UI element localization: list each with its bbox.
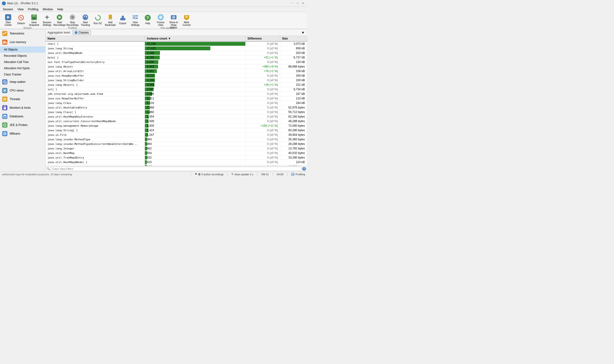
menu-view[interactable]: View bbox=[15, 7, 26, 12]
menu-window[interactable]: Window bbox=[41, 7, 55, 12]
status-sep-3 bbox=[257, 173, 257, 176]
save-snapshot-button[interactable]: SaveSnapshot bbox=[28, 13, 40, 26]
run-gc-button[interactable]: Run GC bbox=[92, 13, 104, 26]
count-value: 4,168 bbox=[145, 78, 156, 82]
show-in-heap-walker-button[interactable]: Show InHeap Walker bbox=[167, 13, 180, 26]
sidebar-item-allocation-hot-spots[interactable]: Allocation Hot Spots bbox=[0, 65, 45, 71]
table-row[interactable]: java.lang.StringBuilder4,1680 (±0 %)100 … bbox=[46, 78, 307, 83]
table-row[interactable]: char[ ]42,1680 (±0 %)3,073 kB bbox=[46, 41, 307, 46]
table-row[interactable]: java.nio.HeapByteBuffer4,1720 (±0 %)200 … bbox=[46, 74, 307, 78]
table-row[interactable]: java.nio.HeapCharBuffer2,3110 (±0 %)110 … bbox=[46, 96, 307, 101]
detach-button[interactable]: Detach bbox=[15, 13, 27, 26]
table-row[interactable]: jdk.internal.org.objectweb.asm.Item2,996… bbox=[46, 92, 307, 96]
cell-size: 35,360 bytes bbox=[280, 137, 307, 142]
cell-name: java.util.HashMap$KeyIterator bbox=[46, 115, 145, 119]
start-center-label: StartCenter bbox=[5, 21, 12, 26]
toolbar-gc-group: Run GC bbox=[92, 13, 104, 28]
table-row[interactable]: java.lang.String[ ]1,4240 (±0 %)60,280 b… bbox=[46, 128, 307, 133]
sidebar-item-jee-probes[interactable]: J JEE & Probes bbox=[0, 121, 45, 129]
minimize-button[interactable]: ─ bbox=[290, 1, 294, 5]
sidebar-item-all-objects[interactable]: All Objects bbox=[0, 46, 45, 53]
table-row[interactable]: java.lang.Class[ ]1,9600 (±0 %)55,712 by… bbox=[46, 110, 307, 115]
sidebar-item-live-memory[interactable]: Live memory bbox=[0, 38, 45, 46]
sidebar-item-monitors-locks[interactable]: Monitors & locks bbox=[0, 104, 45, 112]
status-sep-2 bbox=[227, 173, 228, 176]
sidebar-item-threads[interactable]: Threads bbox=[0, 95, 45, 104]
sidebar-item-telemetries[interactable]: Telemetries bbox=[0, 29, 45, 38]
col-size[interactable]: Size bbox=[280, 36, 307, 41]
databases-label: Databases bbox=[10, 115, 23, 118]
export-button[interactable]: Export bbox=[117, 13, 129, 26]
sidebar-item-mbeans[interactable]: MBeans bbox=[0, 129, 45, 138]
table-container[interactable]: Name Instance count ▼ Difference Size ch… bbox=[46, 36, 307, 166]
live-memory-label: Live memory bbox=[10, 40, 26, 44]
col-difference[interactable]: Difference bbox=[246, 36, 280, 41]
start-recordings-button[interactable]: StartRecordings bbox=[53, 13, 66, 26]
filter-help-button[interactable]: ? bbox=[302, 167, 306, 171]
sidebar-item-databases[interactable]: Databases bbox=[0, 112, 45, 121]
table-row[interactable]: java.util.TreeMap$Entry8320 (±0 %)33,280… bbox=[46, 156, 307, 160]
help-button[interactable]: ? Help bbox=[141, 13, 154, 26]
cell-size: 200 kB bbox=[280, 74, 307, 78]
table-row[interactable]: java.util.ArrayList$Itr4,952+78 (+2 %)15… bbox=[46, 69, 307, 74]
menu-session[interactable]: Session bbox=[1, 7, 15, 12]
cell-size: 62,976 bytes bbox=[280, 105, 307, 110]
sidebar-item-class-tracker[interactable]: Class Tracker bbox=[0, 71, 45, 78]
menu-help[interactable]: Help bbox=[56, 7, 65, 12]
sidebar-item-recorded-objects[interactable]: Recorded Objects bbox=[0, 53, 45, 59]
table-row[interactable]: java.util.HashMap8340 (±0 %)40,032 bytes bbox=[46, 151, 307, 156]
table-row[interactable]: java.util.Hashtable$Entry1,9680 (±0 %)62… bbox=[46, 105, 307, 110]
telemetry-icon bbox=[2, 31, 8, 36]
aggregation-classes-button[interactable]: Classes bbox=[72, 30, 91, 35]
memory-icon bbox=[2, 39, 8, 45]
start-tracking-button[interactable]: StartTracking bbox=[79, 13, 92, 26]
col-name[interactable]: Name bbox=[46, 36, 145, 41]
count-value: 2,116 bbox=[145, 101, 156, 105]
table-row[interactable]: byte[ ]6,193+52 (+1 %)6,737 kB bbox=[46, 55, 307, 60]
sidebar-item-heap-walker[interactable]: Heap walker bbox=[0, 78, 45, 86]
table-row[interactable]: java.lang.Class2,1160 (±0 %)244 kB bbox=[46, 101, 307, 105]
freeze-view-button[interactable]: FreezeView bbox=[154, 13, 167, 26]
svg-text:?: ? bbox=[147, 16, 149, 20]
filter-input[interactable] bbox=[51, 167, 301, 171]
stop-recordings-button[interactable]: StopRecordings bbox=[66, 13, 79, 26]
table-row[interactable]: java.util.HashMap$Node[ ]8100 (±0 %)124 … bbox=[46, 160, 307, 165]
sidebar-item-allocation-call-tree[interactable]: Allocation Call Tree bbox=[0, 59, 45, 65]
session-settings-icon bbox=[43, 14, 51, 21]
start-center-button[interactable]: StartCenter bbox=[2, 13, 14, 26]
table-row[interactable]: java.util.concurrent.ConcurrentHashMap$N… bbox=[46, 119, 307, 124]
maximize-button[interactable]: □ bbox=[295, 1, 300, 5]
table-row[interactable]: java.io.File1,2470 (±0 %)39,904 bytes bbox=[46, 133, 307, 137]
table-row[interactable]: java.lang.invoke.MethodType$ConcurrentWe… bbox=[46, 142, 307, 146]
table-row[interactable]: java.lang.String27,4250 (±0 %)658 kB bbox=[46, 46, 307, 51]
svg-rect-51 bbox=[4, 107, 6, 109]
aggregation-dropdown[interactable]: ▼ bbox=[301, 30, 305, 35]
table-row[interactable]: java.lang.Object5,543+390 (+8 %)88,688 b… bbox=[46, 65, 307, 69]
table-row[interactable]: java.lang.Integer8620 (±0 %)13,792 bytes bbox=[46, 146, 307, 151]
table-row[interactable]: sun.font.TrueTypeFont$DirectoryEntry5,60… bbox=[46, 60, 307, 65]
sidebar-item-cpu-views[interactable]: CPU views bbox=[0, 86, 45, 95]
close-button[interactable]: ✕ bbox=[301, 1, 305, 5]
view-settings-button[interactable]: ViewSettings bbox=[129, 13, 141, 26]
col-instance-count[interactable]: Instance count ▼ bbox=[145, 36, 246, 41]
table-row[interactable]: java.lang.invoke.MethodType8840 (±0 %)35… bbox=[46, 137, 307, 142]
cell-difference: 0 (±0 %) bbox=[246, 115, 280, 119]
table-row[interactable]: int[ ]3,5970 (±0 %)9,734 kB bbox=[46, 87, 307, 92]
mark-current-button[interactable]: M MarkCurrent bbox=[180, 13, 193, 26]
detach-label: Detach bbox=[17, 22, 25, 25]
count-value: 1,960 bbox=[145, 110, 156, 114]
class-tracker-label: Class Tracker bbox=[4, 73, 21, 76]
count-value: 6,348 bbox=[145, 51, 156, 55]
add-bookmark-button[interactable]: AddBookmark bbox=[104, 13, 117, 26]
table-row[interactable]: java.lang.Object[ ]3,968+26 (+1 %)231 kB bbox=[46, 83, 307, 87]
cell-instance-count: 42,168 bbox=[145, 41, 246, 46]
table-row[interactable]: java.util.HashMap$KeyIterator1,5540 (±0 … bbox=[46, 115, 307, 119]
menu-profiling[interactable]: Profiling bbox=[26, 7, 40, 12]
table-row[interactable]: java.util.HashMap$Node6,3480 (±0 %)203 k… bbox=[46, 51, 307, 55]
session-settings-button[interactable]: SessionSettings bbox=[41, 13, 53, 26]
menu-bar: Session View Profiling Window Help bbox=[0, 7, 307, 12]
cell-difference: 0 (±0 %) bbox=[246, 60, 280, 65]
table-row[interactable]: java.lang.management.MemoryUsage1,500+15… bbox=[46, 124, 307, 128]
cell-size: 658 kB bbox=[280, 46, 307, 51]
cell-name: java.util.TreeMap$Entry bbox=[46, 156, 145, 160]
